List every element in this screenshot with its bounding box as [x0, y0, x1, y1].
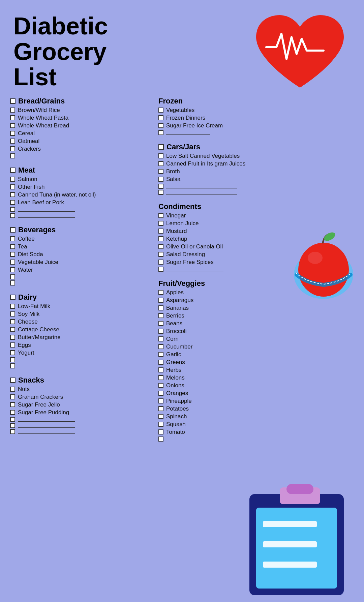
section-title-snacks: Snacks: [18, 376, 44, 385]
checkbox-soy-milk[interactable]: [10, 311, 15, 317]
item-vegetable-juice: Vegetable Juice: [18, 259, 58, 266]
section-fruit-veggies: Fruit/Veggies Apples Asparagus Bananas B…: [158, 279, 334, 442]
checkbox-blank-fv[interactable]: [158, 437, 163, 442]
list-item: Salmon: [10, 176, 152, 183]
checkbox-garlic[interactable]: [158, 352, 163, 357]
checkbox-olive-oil[interactable]: [158, 244, 163, 249]
checkbox-cottage-cheese[interactable]: [10, 327, 15, 332]
checkbox-blank-frozen[interactable]: [158, 130, 163, 135]
checkbox-salad-dressing[interactable]: [158, 252, 163, 257]
checkbox-onions[interactable]: [158, 383, 163, 388]
item-whole-wheat-bread: Whole Wheat Bread: [18, 122, 69, 129]
checkbox-ketchup[interactable]: [158, 236, 163, 241]
checkbox-butter[interactable]: [10, 335, 15, 340]
checkbox-oranges[interactable]: [158, 391, 163, 396]
checkbox-blank-bev-1[interactable]: [10, 274, 15, 279]
checkbox-sugar-free-jello[interactable]: [10, 402, 15, 407]
checkbox-blank-snacks-2[interactable]: [10, 423, 15, 428]
item-sugar-free-ice-cream: Sugar Free Ice Cream: [166, 122, 223, 129]
checkbox-cucumber[interactable]: [158, 344, 163, 349]
checkbox-brown-rice[interactable]: [10, 108, 15, 113]
checkbox-tomato[interactable]: [158, 429, 163, 434]
checkbox-canned-tuna[interactable]: [10, 192, 15, 197]
checkbox-other-fish[interactable]: [10, 184, 15, 189]
checkbox-blank-dairy-2[interactable]: [10, 363, 15, 368]
checkbox-yogurt[interactable]: [10, 350, 15, 355]
item-eggs: Eggs: [18, 342, 31, 349]
checkbox-blank-cans-1[interactable]: [158, 184, 163, 189]
item-vinegar: Vinegar: [166, 212, 186, 219]
checkbox-vinegar[interactable]: [158, 213, 163, 218]
item-onions: Onions: [166, 382, 184, 389]
checkbox-lean-beef[interactable]: [10, 200, 15, 205]
checkbox-blank-bev-2[interactable]: [10, 280, 15, 285]
checkbox-diet-soda[interactable]: [10, 252, 15, 257]
checkbox-bread-grains-header[interactable]: [10, 98, 16, 104]
checkbox-water[interactable]: [10, 267, 15, 272]
checkbox-coffee[interactable]: [10, 236, 15, 241]
checkbox-berries[interactable]: [158, 313, 163, 318]
checkbox-herbs[interactable]: [158, 367, 163, 372]
checkbox-vegetable-juice[interactable]: [10, 260, 15, 265]
checkbox-melons[interactable]: [158, 375, 163, 380]
blank-line: [18, 207, 75, 212]
list-item: Eggs: [10, 342, 152, 349]
checkbox-lemon-juice[interactable]: [158, 221, 163, 226]
heart-icon: [246, 7, 354, 101]
checkbox-canned-fruit[interactable]: [158, 161, 163, 166]
checkbox-cans-jars-header[interactable]: [158, 144, 164, 150]
checkbox-corn[interactable]: [158, 336, 163, 341]
checkbox-meat-header[interactable]: [10, 168, 16, 173]
list-item: Beans: [158, 320, 334, 327]
checkbox-graham-crackers[interactable]: [10, 394, 15, 399]
checkbox-whole-wheat-bread[interactable]: [10, 123, 15, 128]
checkbox-asparagus[interactable]: [158, 298, 163, 303]
checkbox-cereal[interactable]: [10, 131, 15, 136]
checkbox-sugar-free-spices[interactable]: [158, 260, 163, 265]
checkbox-mustard[interactable]: [158, 229, 163, 234]
checkbox-blank-meat-1[interactable]: [10, 207, 15, 212]
checkbox-potatoes[interactable]: [158, 406, 163, 411]
checkbox-blank-condiments[interactable]: [158, 267, 163, 272]
checkbox-nuts[interactable]: [10, 387, 15, 392]
checkbox-lowfat-milk[interactable]: [10, 304, 15, 309]
checkbox-eggs[interactable]: [10, 342, 15, 348]
checkbox-salmon[interactable]: [10, 177, 15, 182]
checkbox-broth[interactable]: [158, 169, 163, 174]
checkbox-blank-snacks-1[interactable]: [10, 417, 15, 422]
item-mustard: Mustard: [166, 228, 187, 235]
checkbox-vegetables[interactable]: [158, 108, 163, 113]
checkbox-blank-cans-2[interactable]: [158, 190, 163, 195]
item-diet-soda: Diet Soda: [18, 251, 43, 258]
checkbox-sugar-free-pudding[interactable]: [10, 410, 15, 415]
checkbox-beverages-header[interactable]: [10, 227, 16, 233]
checkbox-blank-bread[interactable]: [10, 153, 15, 158]
checkbox-squash[interactable]: [158, 422, 163, 427]
checkbox-blank-meat-2[interactable]: [10, 213, 15, 218]
checkbox-snacks-header[interactable]: [10, 378, 16, 383]
checkbox-broccoli-fv[interactable]: [158, 329, 163, 334]
checkbox-apples[interactable]: [158, 290, 163, 295]
checkbox-spinach[interactable]: [158, 414, 163, 419]
checkbox-whole-wheat-pasta[interactable]: [10, 115, 15, 120]
checkbox-tea[interactable]: [10, 244, 15, 249]
checkbox-frozen-dinners[interactable]: [158, 115, 163, 120]
checkbox-low-salt-canned[interactable]: [158, 153, 163, 158]
checkbox-crackers[interactable]: [10, 146, 15, 151]
item-greens: Greens: [166, 359, 185, 366]
checkbox-greens[interactable]: [158, 360, 163, 365]
checkbox-oatmeal[interactable]: [10, 139, 15, 144]
list-item-blank: [10, 423, 152, 428]
checkbox-beans[interactable]: [158, 321, 163, 326]
page-header: Diabetic Grocery List: [0, 0, 142, 97]
checkbox-cheese[interactable]: [10, 319, 15, 324]
checkbox-pineapple[interactable]: [158, 398, 163, 403]
checkbox-salsa[interactable]: [158, 177, 163, 182]
checkbox-dairy-header[interactable]: [10, 295, 16, 300]
page-title: Diabetic Grocery List: [13, 13, 128, 90]
checkbox-blank-snacks-3[interactable]: [10, 429, 15, 434]
checkbox-sugar-free-ice-cream[interactable]: [158, 123, 163, 128]
item-cereal: Cereal: [18, 130, 35, 137]
checkbox-bananas[interactable]: [158, 305, 163, 310]
checkbox-blank-dairy-1[interactable]: [10, 357, 15, 362]
